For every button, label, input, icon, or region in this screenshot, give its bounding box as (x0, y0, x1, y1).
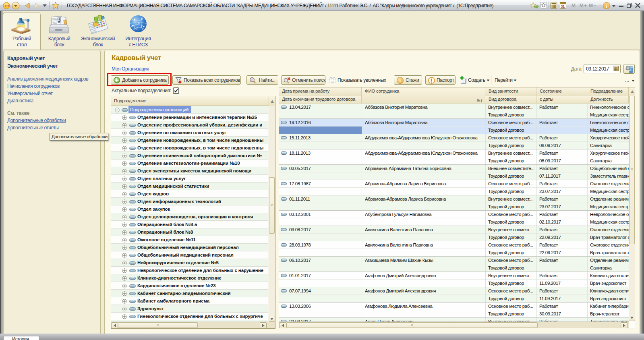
svg-text:31: 31 (561, 4, 565, 8)
svg-text:1C: 1C (5, 4, 10, 8)
svg-text:i: i (606, 4, 607, 8)
